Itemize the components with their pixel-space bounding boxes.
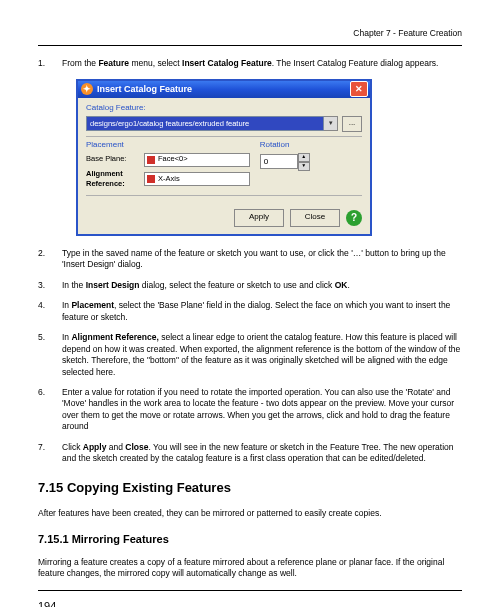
catalog-row: designs/ergo1/catalog features/extruded … (86, 116, 362, 132)
step-num: 6. (38, 387, 62, 433)
step-6: 6. Enter a value for rotation if you nee… (38, 387, 462, 433)
divider (86, 136, 362, 137)
section-heading-7-15: 7.15 Copying Existing Features (38, 479, 462, 497)
t: and (106, 442, 125, 452)
dialog-titlebar[interactable]: ✦ Insert Catalog Feature ✕ (78, 81, 370, 98)
t: dialog, select the feature or sketch to … (140, 280, 335, 290)
step-text: In Alignment Reference, select a linear … (62, 332, 462, 378)
close-icon[interactable]: ✕ (350, 81, 368, 97)
t: . The Insert Catalog Feature dialog appe… (272, 58, 439, 68)
section-heading-7-15-1: 7.15.1 Mirroring Features (38, 532, 462, 547)
step-num: 5. (38, 332, 62, 378)
alignment-ref-value: X-Axis (158, 174, 180, 184)
step-7: 7. Click Apply and Close. You will see i… (38, 442, 462, 465)
t: Insert Catalog Feature (182, 58, 272, 68)
t: menu, select (129, 58, 182, 68)
t: Close (125, 442, 148, 452)
pointer-icon (147, 156, 155, 164)
base-plane-value: Face<0> (158, 154, 188, 164)
rotation-label: Rotation (260, 140, 362, 151)
step-num: 7. (38, 442, 62, 465)
rotation-input[interactable]: 0 (260, 154, 298, 169)
apply-button[interactable]: Apply (234, 209, 284, 227)
page-number: 194 (38, 599, 462, 607)
pointer-icon (147, 175, 155, 183)
alignment-ref-input[interactable]: X-Axis (144, 172, 250, 186)
t: In the (62, 280, 86, 290)
placement-right: Rotation 0 ▲ ▼ (250, 140, 362, 191)
alignment-ref-label: Alignment Reference: (86, 169, 144, 189)
dialog-title: Insert Catalog Feature (97, 83, 350, 95)
footer-divider (38, 590, 462, 591)
chevron-down-icon[interactable]: ▾ (324, 116, 338, 131)
step-num: 1. (38, 58, 62, 69)
t: Placement (71, 300, 114, 310)
t: Alignment (86, 169, 123, 178)
t: Alignment Reference, (71, 332, 158, 342)
spinner-up-icon[interactable]: ▲ (298, 153, 310, 162)
step-num: 2. (38, 248, 62, 271)
placement-label: Placement (86, 140, 250, 151)
base-plane-label: Base Plane: (86, 154, 144, 164)
t: , select the 'Base Plane' field in the d… (62, 300, 450, 321)
placement-left: Placement Base Plane: Face<0> Alignment … (86, 140, 250, 191)
t: From the (62, 58, 98, 68)
help-icon[interactable]: ? (346, 210, 362, 226)
step-text: Enter a value for rotation if you need t… (62, 387, 462, 433)
catalog-feature-dropdown[interactable]: designs/ergo1/catalog features/extruded … (86, 116, 324, 131)
insert-catalog-feature-dialog: ✦ Insert Catalog Feature ✕ Catalog Featu… (76, 79, 372, 236)
t: OK (335, 280, 348, 290)
step-text: In the Insert Design dialog, select the … (62, 280, 462, 291)
step-num: 3. (38, 280, 62, 291)
step-4: 4. In Placement, select the 'Base Plane'… (38, 300, 462, 323)
t: Feature (98, 58, 129, 68)
placement-area: Placement Base Plane: Face<0> Alignment … (86, 140, 362, 191)
header-divider (38, 45, 462, 46)
dialog-body: Catalog Feature: designs/ergo1/catalog f… (78, 98, 370, 234)
step-text: Type in the saved name of the feature or… (62, 248, 462, 271)
step-text: From the Feature menu, select Insert Cat… (62, 58, 462, 69)
catalog-feature-label: Catalog Feature: (86, 103, 362, 114)
close-button[interactable]: Close (290, 209, 340, 227)
t: Insert Design (86, 280, 140, 290)
chapter-header: Chapter 7 - Feature Creation (38, 28, 462, 39)
section-body-7-15-1: Mirroring a feature creates a copy of a … (38, 557, 462, 580)
browse-button[interactable]: ... (342, 116, 362, 132)
base-plane-input[interactable]: Face<0> (144, 153, 250, 167)
step-5: 5. In Alignment Reference, select a line… (38, 332, 462, 378)
step-3: 3. In the Insert Design dialog, select t… (38, 280, 462, 291)
t: Click (62, 442, 83, 452)
t: . (347, 280, 349, 290)
app-icon: ✦ (81, 83, 93, 95)
step-num: 4. (38, 300, 62, 323)
divider (86, 195, 362, 196)
rotation-spinner[interactable]: ▲ ▼ (298, 153, 310, 171)
rotation-area: 0 ▲ ▼ (260, 153, 362, 171)
dialog-buttons: Apply Close ? (86, 204, 362, 227)
spinner-down-icon[interactable]: ▼ (298, 162, 310, 171)
step-2: 2. Type in the saved name of the feature… (38, 248, 462, 271)
step-1: 1. From the Feature menu, select Insert … (38, 58, 462, 69)
step-text: Click Apply and Close. You will see in t… (62, 442, 462, 465)
t: Reference: (86, 179, 125, 188)
section-body-7-15: After features have been created, they c… (38, 508, 462, 519)
step-text: In Placement, select the 'Base Plane' fi… (62, 300, 462, 323)
t: Apply (83, 442, 107, 452)
